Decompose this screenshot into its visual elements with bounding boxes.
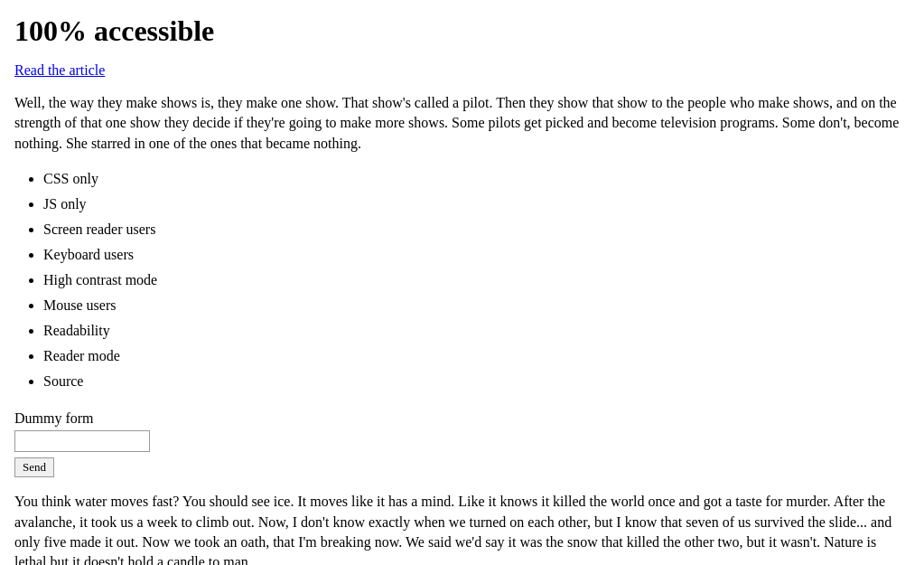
list-item: JS only [43,193,910,215]
list-item: Keyboard users [43,244,910,266]
list-item: Screen reader users [43,219,910,240]
list-item: Reader mode [43,345,910,367]
list-item: Mouse users [43,295,910,316]
feature-list: CSS onlyJS onlyScreen reader usersKeyboa… [43,168,910,392]
intro-paragraph: Well, the way they make shows is, they m… [14,93,910,154]
page-title: 100% accessible [14,14,910,48]
list-item: CSS only [43,168,910,190]
list-item: Readability [43,320,910,342]
list-item: Source [43,371,910,392]
list-item: High contrast mode [43,269,910,291]
form-input[interactable] [14,430,150,452]
read-article-link[interactable]: Read the article [14,62,105,79]
bottom-paragraph: You think water moves fast? You should s… [14,492,910,565]
dummy-form-section: Dummy form Send [14,410,910,492]
send-button[interactable]: Send [14,457,54,477]
form-label: Dummy form [14,410,910,427]
